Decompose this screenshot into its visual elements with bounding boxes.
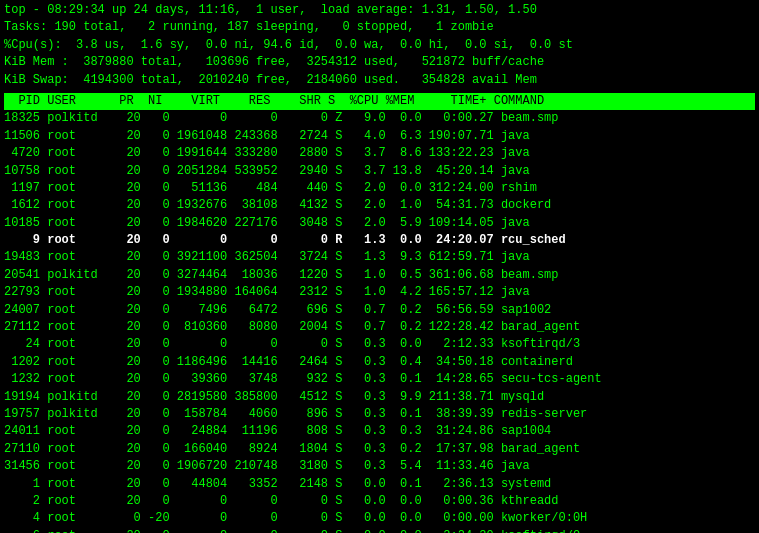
table-row: 4 root 0 -20 0 0 0 S 0.0 0.0 0:00.00 kwo… bbox=[4, 510, 755, 527]
table-row: 22793 root 20 0 1934880 164064 2312 S 1.… bbox=[4, 284, 755, 301]
table-row: 19757 polkitd 20 0 158784 4060 896 S 0.3… bbox=[4, 406, 755, 423]
table-header: PID USER PR NI VIRT RES SHR S %CPU %MEM … bbox=[4, 93, 755, 110]
header-line5: KiB Swap: 4194300 total, 2010240 free, 2… bbox=[4, 72, 755, 89]
header-line1: top - 08:29:34 up 24 days, 11:16, 1 user… bbox=[4, 2, 755, 19]
table-row: 11506 root 20 0 1961048 243368 2724 S 4.… bbox=[4, 128, 755, 145]
table-row: 19483 root 20 0 3921100 362504 3724 S 1.… bbox=[4, 249, 755, 266]
table-row: 19194 polkitd 20 0 2819580 385800 4512 S… bbox=[4, 389, 755, 406]
table-row: 24007 root 20 0 7496 6472 696 S 0.7 0.2 … bbox=[4, 302, 755, 319]
table-row: 27112 root 20 0 810360 8080 2004 S 0.7 0… bbox=[4, 319, 755, 336]
table-row: 10758 root 20 0 2051284 533952 2940 S 3.… bbox=[4, 163, 755, 180]
terminal-window: top - 08:29:34 up 24 days, 11:16, 1 user… bbox=[4, 2, 755, 533]
table-row: 1202 root 20 0 1186496 14416 2464 S 0.3 … bbox=[4, 354, 755, 371]
table-row: 9 root 20 0 0 0 0 R 1.3 0.0 24:20.07 rcu… bbox=[4, 232, 755, 249]
header-line2: Tasks: 190 total, 2 running, 187 sleepin… bbox=[4, 19, 755, 36]
table-row: 2 root 20 0 0 0 0 S 0.0 0.0 0:00.36 kthr… bbox=[4, 493, 755, 510]
table-row: 4720 root 20 0 1991644 333280 2880 S 3.7… bbox=[4, 145, 755, 162]
table-row: 10185 root 20 0 1984620 227176 3048 S 2.… bbox=[4, 215, 755, 232]
process-table: 18325 polkitd 20 0 0 0 0 Z 9.0 0.0 0:00.… bbox=[4, 110, 755, 533]
table-row: 31456 root 20 0 1906720 210748 3180 S 0.… bbox=[4, 458, 755, 475]
table-row: 1612 root 20 0 1932676 38108 4132 S 2.0 … bbox=[4, 197, 755, 214]
table-row: 24 root 20 0 0 0 0 S 0.3 0.0 2:12.33 kso… bbox=[4, 336, 755, 353]
header-line3: %Cpu(s): 3.8 us, 1.6 sy, 0.0 ni, 94.6 id… bbox=[4, 37, 755, 54]
table-row: 1 root 20 0 44804 3352 2148 S 0.0 0.1 2:… bbox=[4, 476, 755, 493]
table-row: 6 root 20 0 0 0 0 S 0.0 0.0 3:24.39 ksof… bbox=[4, 528, 755, 533]
table-row: 1232 root 20 0 39360 3748 932 S 0.3 0.1 … bbox=[4, 371, 755, 388]
header-line4: KiB Mem : 3879880 total, 103696 free, 32… bbox=[4, 54, 755, 71]
table-row: 27110 root 20 0 166040 8924 1804 S 0.3 0… bbox=[4, 441, 755, 458]
table-row: 24011 root 20 0 24884 11196 808 S 0.3 0.… bbox=[4, 423, 755, 440]
table-row: 18325 polkitd 20 0 0 0 0 Z 9.0 0.0 0:00.… bbox=[4, 110, 755, 127]
table-row: 1197 root 20 0 51136 484 440 S 2.0 0.0 3… bbox=[4, 180, 755, 197]
table-row: 20541 polkitd 20 0 3274464 18036 1220 S … bbox=[4, 267, 755, 284]
